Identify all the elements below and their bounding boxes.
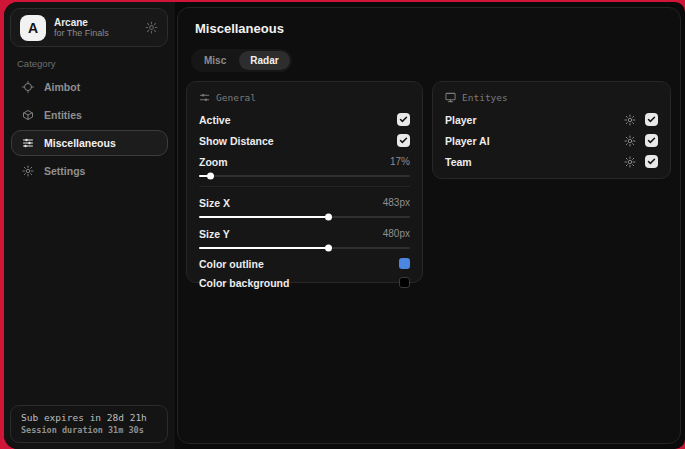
size-x-slider-thumb[interactable] [325,214,332,221]
color-outline-row: Color outline [199,254,410,273]
active-row: Active [199,109,410,130]
category-label: Category [17,58,56,69]
sidebar-item-label: Miscellaneous [44,137,116,149]
color-background-label: Color background [199,277,289,289]
zoom-slider[interactable] [199,172,410,182]
size-y-value: 480px [383,228,410,239]
sidebar-nav: Aimbot Entities [11,74,168,186]
zoom-slider-thumb[interactable] [207,173,214,180]
sliders-icon [199,92,210,103]
player-row: Player [445,109,658,130]
player-checkbox[interactable] [645,113,658,126]
sub-expires-text: Sub expires in 28d 21h [21,412,157,423]
sidebar: A Arcane for The Finals Category [4,2,175,449]
sidebar-item-settings[interactable]: Settings [11,158,168,184]
main-panel: Miscellaneous Misc Radar General Active [177,7,681,444]
player-ai-row: Player AI [445,130,658,151]
section-divider [199,186,410,187]
size-x-row: Size X 483px [199,192,410,213]
show-distance-row: Show Distance [199,130,410,151]
app-name: Arcane [54,17,137,29]
active-checkbox[interactable] [397,113,410,126]
tab-bar: Misc Radar [191,49,292,72]
app-subtitle: for The Finals [54,28,137,38]
zoom-value: 17% [390,156,410,167]
size-x-slider[interactable] [199,213,410,223]
general-card-header: General [199,92,410,103]
tab-radar[interactable]: Radar [239,51,289,70]
size-y-row: Size Y 480px [199,223,410,244]
sidebar-item-aimbot[interactable]: Aimbot [11,74,168,100]
player-ai-label: Player AI [445,135,490,147]
general-card: General Active Show Distance Zoom 17% [186,81,423,283]
color-background-row: Color background [199,273,410,292]
player-ai-checkbox[interactable] [645,134,658,147]
size-y-label: Size Y [199,228,230,240]
zoom-row: Zoom 17% [199,151,410,172]
team-row: Team [445,151,658,172]
show-distance-label: Show Distance [199,135,274,147]
team-checkbox[interactable] [645,155,658,168]
team-label: Team [445,156,472,168]
entities-card: Entityes Player Player [432,81,671,179]
session-duration-text: Session duration 31m 30s [21,425,157,435]
subscription-card: Sub expires in 28d 21h Session duration … [10,405,168,443]
sidebar-item-label: Settings [44,165,85,177]
player-label: Player [445,114,477,126]
color-outline-swatch[interactable] [399,258,410,269]
tab-misc[interactable]: Misc [193,51,237,70]
app-avatar: A [20,15,46,41]
gear-icon [22,165,34,177]
sidebar-item-label: Entities [44,109,82,121]
app-window: A Arcane for The Finals Category [4,2,685,449]
sliders-icon [22,137,34,149]
team-gear-icon[interactable] [624,156,636,168]
sidebar-item-entities[interactable]: Entities [11,102,168,128]
entities-card-header: Entityes [445,92,658,103]
sidebar-item-label: Aimbot [44,81,80,93]
size-y-slider-thumb[interactable] [325,245,332,252]
player-ai-gear-icon[interactable] [624,135,636,147]
zoom-label: Zoom [199,156,228,168]
size-x-value: 483px [383,197,410,208]
player-gear-icon[interactable] [624,114,636,126]
entities-card-title: Entityes [462,92,508,103]
monitor-icon [445,92,456,103]
general-card-title: General [216,92,256,103]
brand-text: Arcane for The Finals [54,17,137,39]
size-y-slider[interactable] [199,244,410,254]
size-x-label: Size X [199,197,230,209]
brand-gear-icon[interactable] [145,21,158,34]
color-outline-label: Color outline [199,258,264,270]
crosshair-icon [22,81,34,93]
show-distance-checkbox[interactable] [397,134,410,147]
active-label: Active [199,114,231,126]
color-background-swatch[interactable] [399,277,410,288]
cube-icon [22,109,34,121]
sidebar-item-miscellaneous[interactable]: Miscellaneous [11,130,168,156]
page-title: Miscellaneous [195,21,284,36]
brand-card: A Arcane for The Finals [10,8,168,47]
